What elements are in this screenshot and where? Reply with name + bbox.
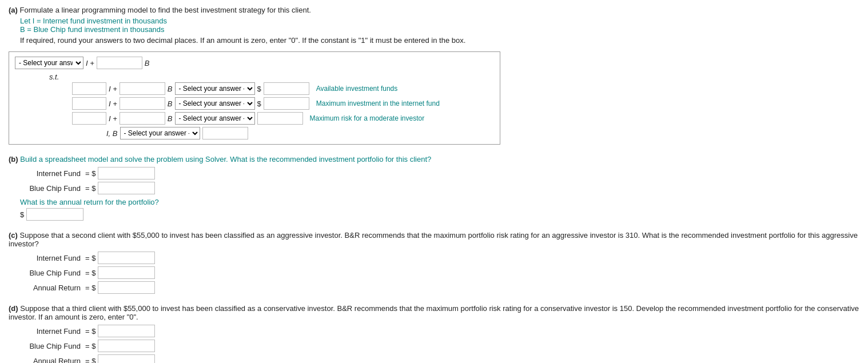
objective-coeff-b[interactable] bbox=[97, 57, 142, 69]
blue-chip-label-d: Blue Chip Fund bbox=[20, 342, 83, 350]
nn-value[interactable] bbox=[202, 127, 248, 139]
blue-chip-label-c: Blue Chip Fund bbox=[20, 269, 83, 277]
constraint-2-row: I + B - Select your answer - ≤ ≥ = $ Max… bbox=[72, 97, 494, 110]
c3-rhs[interactable] bbox=[257, 112, 303, 125]
internet-fund-row-b: Internet Fund = $ bbox=[20, 167, 859, 179]
equals-b-i: = $ bbox=[85, 169, 95, 178]
constraint-3-row: I + B - Select your answer - ≤ ≥ = Maxim… bbox=[72, 112, 494, 125]
nn-select[interactable]: - Select your answer - ≥ 0 ≤ 0 = 0 bbox=[120, 127, 200, 139]
c1-coeff-i[interactable] bbox=[72, 82, 106, 95]
equals-c-bc: = $ bbox=[85, 269, 95, 277]
part-c-section: (c) Suppose that a second client with $5… bbox=[9, 231, 859, 294]
c3-b-label: B bbox=[168, 114, 173, 123]
c3-i-plus: I + bbox=[109, 114, 117, 123]
note-text: If required, round your answers to two d… bbox=[20, 36, 859, 45]
annual-return-value-c[interactable] bbox=[98, 281, 155, 294]
part-a-label: (a) Formulate a linear programming model… bbox=[9, 6, 859, 14]
c1-i-plus: I + bbox=[109, 85, 117, 93]
constraints-container: I + B - Select your answer - ≤ ≥ = $ Ava… bbox=[72, 82, 494, 125]
annual-return-label-c: Annual Return bbox=[20, 284, 83, 292]
c2-rhs[interactable] bbox=[264, 97, 309, 110]
blue-chip-value-b[interactable] bbox=[98, 182, 155, 194]
annual-return-row-c: Annual Return = $ bbox=[20, 281, 859, 294]
c3-coeff-i[interactable] bbox=[72, 112, 106, 125]
internet-fund-label-b: Internet Fund bbox=[20, 169, 83, 178]
blue-chip-fund-row-d: Blue Chip Fund = $ bbox=[20, 340, 859, 352]
internet-fund-value-d[interactable] bbox=[98, 325, 155, 337]
st-label: s.t. bbox=[49, 73, 494, 81]
objective-row: - Select your answer - Max Min I + B bbox=[15, 57, 494, 69]
part-c-label: (c) Suppose that a second client with $5… bbox=[9, 231, 859, 248]
blue-chip-fund-row-c: Blue Chip Fund = $ bbox=[20, 266, 859, 279]
c3-select[interactable]: - Select your answer - ≤ ≥ = bbox=[175, 112, 255, 125]
let-i-text: Let I = Internet fund investment in thou… bbox=[20, 17, 859, 25]
constraint-1-row: I + B - Select your answer - ≤ ≥ = $ Ava… bbox=[72, 82, 494, 95]
part-d-description: Suppose that a third client with $55,000… bbox=[9, 304, 859, 321]
internet-fund-row-c: Internet Fund = $ bbox=[20, 252, 859, 264]
c2-i-plus: I + bbox=[109, 99, 117, 108]
annual-return-value-d[interactable] bbox=[98, 354, 155, 363]
annual-return-label-d: Annual Return bbox=[20, 357, 83, 364]
part-c-description: Suppose that a second client with $55,00… bbox=[9, 231, 858, 248]
nonnegativity-row: I, B - Select your answer - ≥ 0 ≤ 0 = 0 bbox=[106, 127, 494, 139]
let-b-text: B = Blue Chip fund investment in thousan… bbox=[20, 25, 859, 34]
c2-b-label: B bbox=[168, 99, 173, 108]
annual-return-question: What is the annual return for the portfo… bbox=[20, 198, 859, 206]
i-plus-label: I + bbox=[86, 59, 94, 67]
annual-return-row-d: Annual Return = $ bbox=[20, 354, 859, 363]
internet-fund-label-c: Internet Fund bbox=[20, 254, 83, 262]
internet-fund-value-c[interactable] bbox=[98, 252, 155, 264]
blue-chip-value-d[interactable] bbox=[98, 340, 155, 352]
internet-fund-value-b[interactable] bbox=[98, 167, 155, 179]
part-a-letter: (a) bbox=[9, 6, 18, 14]
dollar-b-ar: $ bbox=[20, 210, 24, 219]
equals-d-ar: = $ bbox=[85, 357, 95, 364]
part-b-description: Build a spreadsheet model and solve the … bbox=[20, 155, 431, 163]
equals-d-bc: = $ bbox=[85, 342, 95, 350]
annual-return-value-b[interactable] bbox=[26, 208, 83, 221]
part-a-box: - Select your answer - Max Min I + B s.t… bbox=[9, 51, 500, 145]
part-a-section: (a) Formulate a linear programming model… bbox=[9, 6, 859, 145]
annual-return-row-b: $ bbox=[20, 208, 859, 221]
c1-dollar: $ bbox=[257, 85, 261, 93]
c1-b-label: B bbox=[168, 85, 173, 93]
c2-coeff-i[interactable] bbox=[72, 97, 106, 110]
c2-dollar: $ bbox=[257, 99, 261, 108]
blue-chip-fund-row-b: Blue Chip Fund = $ bbox=[20, 182, 859, 194]
equals-c-ar: = $ bbox=[85, 284, 95, 292]
internet-fund-row-d: Internet Fund = $ bbox=[20, 325, 859, 337]
c1-label: Available investment funds bbox=[316, 85, 398, 93]
part-a-description: Formulate a linear programming model to … bbox=[20, 6, 311, 14]
internet-fund-label-d: Internet Fund bbox=[20, 327, 83, 336]
c3-label: Maximum risk for a moderate investor bbox=[310, 114, 425, 122]
equals-b-bc: = $ bbox=[85, 184, 95, 193]
part-c-letter: (c) bbox=[9, 231, 18, 240]
part-b-letter: (b) bbox=[9, 155, 18, 163]
b-label: B bbox=[145, 59, 150, 67]
equals-c-i: = $ bbox=[85, 254, 95, 262]
c2-select[interactable]: - Select your answer - ≤ ≥ = bbox=[175, 97, 255, 110]
part-d-letter: (d) bbox=[9, 304, 18, 313]
c1-rhs[interactable] bbox=[264, 82, 309, 95]
part-b-label: (b) Build a spreadsheet model and solve … bbox=[9, 155, 859, 163]
blue-chip-value-c[interactable] bbox=[98, 266, 155, 279]
ib-label: I, B bbox=[106, 129, 118, 138]
c2-label: Maximum investment in the internet fund bbox=[316, 99, 440, 107]
c2-coeff-b[interactable] bbox=[120, 97, 165, 110]
equals-d-i: = $ bbox=[85, 327, 95, 336]
c3-coeff-b[interactable] bbox=[120, 112, 165, 125]
blue-chip-label-b: Blue Chip Fund bbox=[20, 184, 83, 193]
part-d-section: (d) Suppose that a third client with $55… bbox=[9, 304, 859, 363]
part-d-label: (d) Suppose that a third client with $55… bbox=[9, 304, 859, 321]
objective-select[interactable]: - Select your answer - Max Min bbox=[15, 57, 83, 69]
part-b-section: (b) Build a spreadsheet model and solve … bbox=[9, 155, 859, 221]
c1-coeff-b[interactable] bbox=[120, 82, 165, 95]
c1-select[interactable]: - Select your answer - ≤ ≥ = bbox=[175, 82, 255, 95]
